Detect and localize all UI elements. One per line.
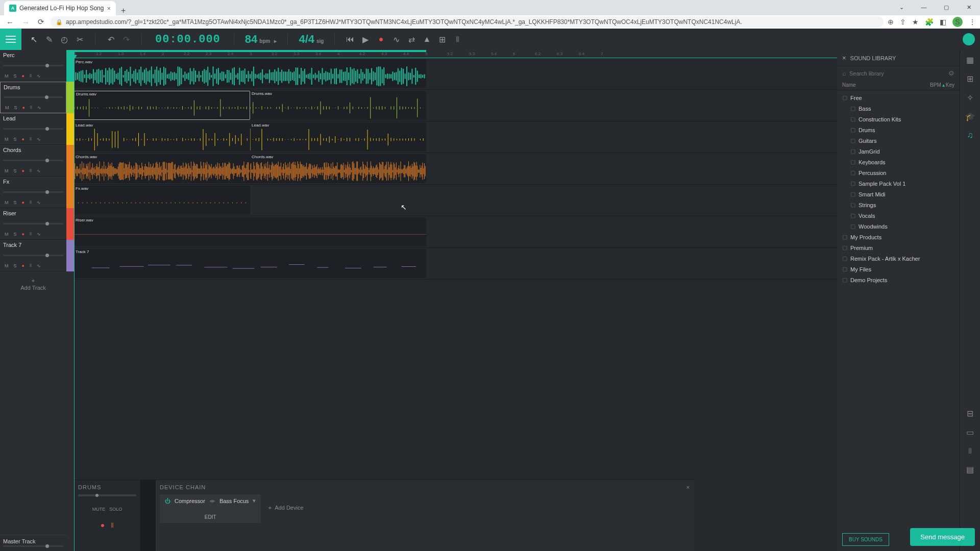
view2-icon[interactable]: ▭ (966, 428, 974, 437)
meter-icon[interactable]: ⫴ (28, 262, 33, 269)
close-panel-icon[interactable]: × (687, 484, 690, 490)
mixer-icon[interactable]: ⫴ (450, 32, 464, 46)
arm-record-icon[interactable]: ● (20, 263, 26, 269)
view3-icon[interactable]: ▤ (966, 465, 974, 474)
track-header[interactable]: Drums M S ● ⫴ ∿ (0, 82, 66, 113)
solo-button[interactable]: S (12, 136, 18, 142)
automation-icon[interactable]: ∿ (35, 231, 42, 237)
library-folder[interactable]: ▢My Files (837, 264, 960, 274)
automation-icon[interactable]: ∿ (35, 199, 42, 206)
volume-slider[interactable] (3, 255, 63, 256)
share-icon[interactable]: ⇪ (900, 18, 906, 26)
library-folder[interactable]: ▢Drums (837, 124, 960, 135)
edit-device-button[interactable]: EDIT (165, 514, 256, 520)
timesig-display[interactable]: 4/4sig (291, 33, 331, 46)
undo-icon[interactable]: ↶ (104, 32, 118, 46)
library-folder[interactable]: ▢Construction Kits (837, 114, 960, 124)
automation-icon[interactable]: ∿ (35, 263, 42, 269)
automation-icon[interactable]: ∿ (389, 32, 403, 46)
main-menu-button[interactable] (0, 29, 21, 50)
close-library-icon[interactable]: × (842, 54, 846, 62)
solo-button[interactable]: SOLO (109, 507, 122, 512)
track-header[interactable]: Fx M S ● ⫴ ∿ (0, 177, 66, 208)
library-folder[interactable]: ▢Remix Pack - Artik x Kacher (837, 253, 960, 264)
track-header[interactable]: Perc M S ● ⫴ ∿ (0, 50, 66, 82)
automation-icon[interactable]: ∿ (36, 105, 43, 111)
volume-slider[interactable] (3, 223, 63, 224)
user-avatar[interactable] (963, 33, 975, 45)
meter-icon[interactable]: ⫴ (29, 104, 34, 111)
solo-button[interactable]: S (13, 105, 19, 111)
audio-clip[interactable]: Lead.wav (74, 122, 250, 152)
arm-record-icon[interactable]: ● (20, 231, 26, 237)
library-folder[interactable]: ▢Sample Pack Vol 1 (837, 178, 960, 189)
address-bar[interactable]: 🔒 app.ampedstudio.com/?_gl=1*zkt20c*_ga*… (51, 16, 884, 28)
volume-slider[interactable] (4, 96, 63, 98)
pencil-tool-icon[interactable]: ✎ (42, 32, 56, 46)
side-panel-icon[interactable]: ◧ (940, 18, 946, 26)
library-folder[interactable]: ▢Smart Midi (837, 189, 960, 199)
library-search-input[interactable] (849, 70, 945, 77)
library-folder[interactable]: ▢Demo Projects (837, 274, 960, 285)
arm-record-icon[interactable]: ● (21, 105, 27, 111)
automation-icon[interactable]: ∿ (35, 136, 42, 142)
arm-record-icon[interactable]: ● (101, 521, 105, 530)
master-track-header[interactable]: Master Track (0, 535, 66, 551)
audio-clip[interactable]: Drums.wav (74, 91, 250, 120)
library-folder[interactable]: ▢Percussion (837, 167, 960, 178)
mute-button[interactable]: M (3, 73, 10, 79)
mute-button[interactable]: M (3, 199, 10, 206)
library-folder[interactable]: ▢Vocals (837, 210, 960, 221)
power-icon[interactable]: ⏻ (165, 498, 170, 504)
play-icon[interactable]: ▶ (358, 32, 373, 46)
library-folder[interactable]: ▢Strings (837, 199, 960, 210)
back-icon[interactable]: ← (4, 18, 16, 27)
library-folder[interactable]: ▢My Products (837, 232, 960, 242)
kebab-menu-icon[interactable]: ⋮ (969, 18, 976, 26)
snap-icon[interactable]: ⊞ (435, 32, 449, 46)
mute-button[interactable]: M (3, 231, 10, 237)
time-display[interactable]: 00:00.000 (145, 33, 231, 46)
add-device-button[interactable]: + Add Device (268, 505, 304, 511)
bpm-display[interactable]: 84bpm▸ (237, 33, 285, 46)
library-folder[interactable]: ▢Keyboards (837, 157, 960, 167)
track-header[interactable]: Riser M S ● ⫴ ∿ (0, 208, 66, 240)
track-lane[interactable]: Lead.wavLead.wav (74, 121, 837, 153)
track-lane[interactable]: Riser.wav (74, 216, 837, 248)
new-tab-button[interactable]: + (116, 6, 131, 15)
audio-clip[interactable]: Fx.wav (74, 186, 250, 215)
track-lane[interactable]: Drums.wavDrums.wav (74, 90, 837, 121)
solo-button[interactable]: S (12, 73, 18, 79)
reload-icon[interactable]: ⟳ (36, 17, 46, 27)
meter-icon[interactable]: ⫴ (28, 136, 33, 142)
close-window-icon[interactable]: ✕ (958, 0, 980, 14)
track-header[interactable]: Track 7 M S ● ⫴ ∿ (0, 240, 66, 271)
chevron-down-icon[interactable]: ▾ (253, 497, 256, 504)
minimize-icon[interactable]: — (913, 0, 935, 14)
arrangement-view[interactable]: 11.21.31.422.22.32.433.23.33.444.24.34.4… (74, 50, 837, 551)
meter-icon[interactable]: ⫴ (28, 231, 33, 237)
arm-record-icon[interactable]: ● (20, 168, 26, 174)
track-lane[interactable]: Perc.wav (74, 58, 837, 90)
track-header[interactable]: Lead M S ● ⫴ ∿ (0, 113, 66, 145)
col-key[interactable]: Key (946, 82, 954, 88)
close-tab-icon[interactable]: × (107, 5, 111, 12)
col-bpm[interactable]: BPM (930, 82, 941, 88)
time-ruler[interactable]: 11.21.31.422.22.32.433.23.33.444.24.34.4… (74, 50, 837, 58)
mute-button[interactable]: M (3, 263, 10, 269)
mute-button[interactable]: MUTE (92, 507, 106, 512)
track-lane[interactable]: Track 7 (74, 248, 837, 280)
library-folder[interactable]: ▢Bass (837, 103, 960, 114)
automation-icon[interactable]: ∿ (35, 73, 42, 79)
volume-slider[interactable] (3, 191, 63, 193)
master-volume-slider[interactable] (3, 545, 63, 547)
loop-icon[interactable]: ⇄ (404, 32, 419, 46)
metronome-icon[interactable]: ▲ (420, 32, 434, 46)
automation-icon[interactable]: ∿ (35, 168, 42, 174)
browser-tab[interactable]: A Generated Lo-Fi Hip Hop Song × (4, 1, 116, 15)
bookmark-star-icon[interactable]: ★ (912, 18, 919, 26)
filter-icon[interactable]: ⚙ (948, 69, 954, 77)
library-folder[interactable]: ▢Woodwinds (837, 221, 960, 232)
arm-record-icon[interactable]: ● (20, 136, 26, 142)
audio-clip[interactable]: Chords.wav (250, 154, 426, 183)
